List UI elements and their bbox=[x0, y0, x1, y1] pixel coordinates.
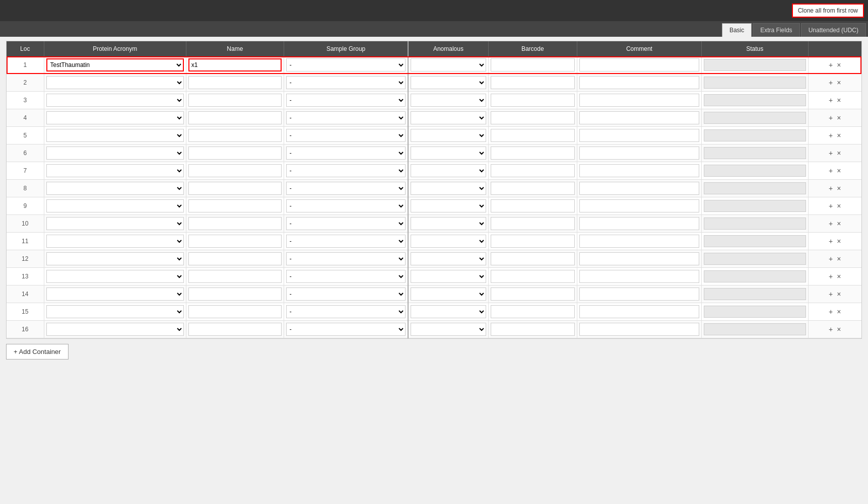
protein-select[interactable] bbox=[46, 217, 184, 230]
barcode-input[interactable] bbox=[491, 182, 575, 195]
name-input[interactable] bbox=[188, 287, 282, 301]
cell-sample-group[interactable]: - bbox=[284, 250, 408, 268]
barcode-input[interactable] bbox=[491, 287, 575, 301]
sample-group-select[interactable]: - bbox=[286, 129, 406, 142]
comment-input[interactable] bbox=[579, 164, 699, 177]
cell-protein[interactable] bbox=[44, 92, 186, 109]
cell-protein[interactable] bbox=[44, 162, 186, 180]
sample-group-select[interactable]: - bbox=[286, 305, 406, 318]
barcode-input[interactable] bbox=[491, 217, 575, 230]
sample-group-select[interactable]: - bbox=[286, 147, 406, 160]
cell-sample-group[interactable]: - bbox=[284, 92, 408, 109]
sample-group-select[interactable]: - bbox=[286, 111, 406, 124]
anomalous-select[interactable] bbox=[411, 147, 486, 160]
anomalous-select[interactable] bbox=[411, 58, 486, 71]
protein-select[interactable] bbox=[46, 147, 184, 160]
cell-name[interactable] bbox=[186, 127, 284, 145]
comment-input[interactable] bbox=[579, 129, 699, 142]
add-row-button[interactable]: + bbox=[827, 95, 835, 105]
cell-name[interactable] bbox=[186, 303, 284, 321]
sample-group-select[interactable]: - bbox=[286, 58, 406, 71]
cell-protein[interactable] bbox=[44, 285, 186, 303]
cell-protein[interactable] bbox=[44, 180, 186, 197]
cell-name[interactable] bbox=[186, 92, 284, 109]
cell-name[interactable] bbox=[186, 180, 284, 197]
protein-select[interactable] bbox=[46, 182, 184, 195]
cell-sample-group[interactable]: - bbox=[284, 56, 408, 74]
add-row-button[interactable]: + bbox=[827, 130, 835, 140]
barcode-input[interactable] bbox=[491, 199, 575, 212]
cell-barcode[interactable] bbox=[488, 321, 577, 338]
cell-anomalous[interactable] bbox=[408, 109, 488, 127]
add-row-button[interactable]: + bbox=[827, 236, 835, 246]
cell-sample-group[interactable]: - bbox=[284, 127, 408, 145]
barcode-input[interactable] bbox=[491, 147, 575, 160]
cell-sample-group[interactable]: - bbox=[284, 162, 408, 180]
anomalous-select[interactable] bbox=[411, 235, 486, 248]
cell-barcode[interactable] bbox=[488, 285, 577, 303]
cell-protein[interactable] bbox=[44, 268, 186, 285]
comment-input[interactable] bbox=[579, 147, 699, 160]
cell-sample-group[interactable]: - bbox=[284, 145, 408, 162]
remove-row-button[interactable]: × bbox=[835, 271, 843, 281]
cell-name[interactable] bbox=[186, 285, 284, 303]
add-row-button[interactable]: + bbox=[827, 271, 835, 281]
cell-anomalous[interactable] bbox=[408, 56, 488, 74]
cell-barcode[interactable] bbox=[488, 162, 577, 180]
barcode-input[interactable] bbox=[491, 94, 575, 107]
cell-barcode[interactable] bbox=[488, 268, 577, 285]
add-row-button[interactable]: + bbox=[827, 254, 835, 264]
cell-barcode[interactable] bbox=[488, 109, 577, 127]
cell-name[interactable] bbox=[186, 74, 284, 92]
cell-anomalous[interactable] bbox=[408, 92, 488, 109]
remove-row-button[interactable]: × bbox=[835, 60, 843, 70]
cell-name[interactable] bbox=[186, 321, 284, 338]
cell-sample-group[interactable]: - bbox=[284, 197, 408, 215]
cell-comment[interactable] bbox=[577, 321, 701, 338]
cell-barcode[interactable] bbox=[488, 233, 577, 250]
remove-row-button[interactable]: × bbox=[835, 113, 843, 123]
cell-name[interactable] bbox=[186, 250, 284, 268]
cell-anomalous[interactable] bbox=[408, 233, 488, 250]
cell-barcode[interactable] bbox=[488, 250, 577, 268]
cell-anomalous[interactable] bbox=[408, 74, 488, 92]
anomalous-select[interactable] bbox=[411, 199, 486, 212]
cell-name[interactable] bbox=[186, 268, 284, 285]
cell-comment[interactable] bbox=[577, 303, 701, 321]
name-input[interactable] bbox=[188, 147, 282, 160]
cell-name[interactable] bbox=[186, 215, 284, 233]
name-input[interactable] bbox=[188, 76, 282, 89]
sample-group-select[interactable]: - bbox=[286, 270, 406, 283]
sample-group-select[interactable]: - bbox=[286, 182, 406, 195]
tab-extra-fields[interactable]: Extra Fields bbox=[753, 23, 799, 37]
cell-sample-group[interactable]: - bbox=[284, 233, 408, 250]
comment-input[interactable] bbox=[579, 323, 699, 336]
cell-name[interactable] bbox=[186, 56, 284, 74]
barcode-input[interactable] bbox=[491, 58, 575, 71]
tab-basic[interactable]: Basic bbox=[722, 23, 752, 37]
cell-anomalous[interactable] bbox=[408, 285, 488, 303]
barcode-input[interactable] bbox=[491, 111, 575, 124]
comment-input[interactable] bbox=[579, 76, 699, 89]
name-input[interactable] bbox=[188, 252, 282, 265]
anomalous-select[interactable] bbox=[411, 76, 486, 89]
cell-protein[interactable] bbox=[44, 74, 186, 92]
remove-row-button[interactable]: × bbox=[835, 254, 843, 264]
cell-barcode[interactable] bbox=[488, 145, 577, 162]
remove-row-button[interactable]: × bbox=[835, 324, 843, 334]
comment-input[interactable] bbox=[579, 199, 699, 212]
remove-row-button[interactable]: × bbox=[835, 307, 843, 317]
sample-group-select[interactable]: - bbox=[286, 252, 406, 265]
cell-comment[interactable] bbox=[577, 162, 701, 180]
comment-input[interactable] bbox=[579, 58, 699, 71]
cell-sample-group[interactable]: - bbox=[284, 215, 408, 233]
add-row-button[interactable]: + bbox=[827, 201, 835, 211]
cell-name[interactable] bbox=[186, 109, 284, 127]
anomalous-select[interactable] bbox=[411, 252, 486, 265]
protein-select[interactable] bbox=[46, 305, 184, 318]
clone-all-button[interactable]: Clone all from first row bbox=[792, 4, 864, 18]
name-input[interactable] bbox=[188, 199, 282, 212]
cell-comment[interactable] bbox=[577, 233, 701, 250]
cell-barcode[interactable] bbox=[488, 180, 577, 197]
anomalous-select[interactable] bbox=[411, 182, 486, 195]
